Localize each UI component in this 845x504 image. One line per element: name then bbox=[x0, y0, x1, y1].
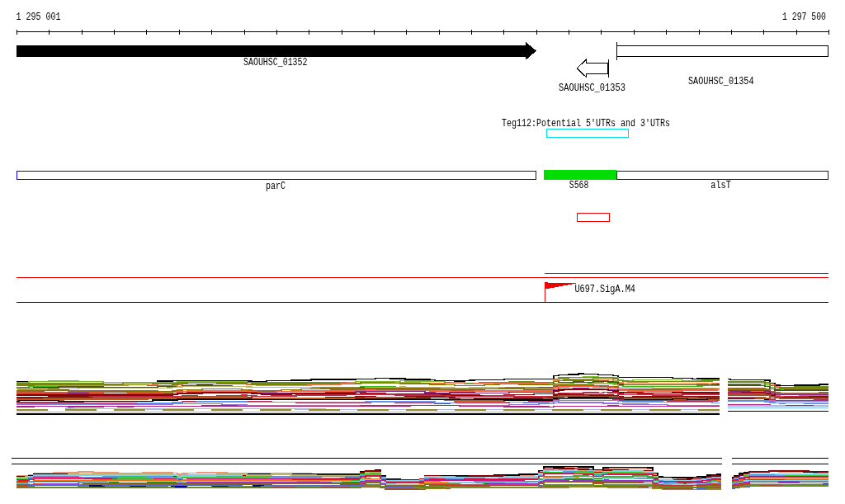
svg-text:SAOUHSC_01354: SAOUHSC_01354 bbox=[688, 76, 754, 87]
svg-text:alsT: alsT bbox=[710, 180, 731, 191]
svg-text:SAOUHSC_01352: SAOUHSC_01352 bbox=[243, 57, 308, 68]
svg-text:1 297 500: 1 297 500 bbox=[782, 12, 826, 23]
svg-text:S568: S568 bbox=[569, 180, 589, 191]
svg-text:1 295 001: 1 295 001 bbox=[17, 12, 61, 23]
svg-text:U697.SigA.M4: U697.SigA.M4 bbox=[575, 284, 636, 295]
svg-text:Teg112:Potential 5′UTRs and 3′: Teg112:Potential 5′UTRs and 3′UTRs bbox=[502, 118, 670, 130]
svg-text:parC: parC bbox=[266, 181, 286, 192]
svg-text:SAOUHSC_01353: SAOUHSC_01353 bbox=[559, 82, 625, 94]
